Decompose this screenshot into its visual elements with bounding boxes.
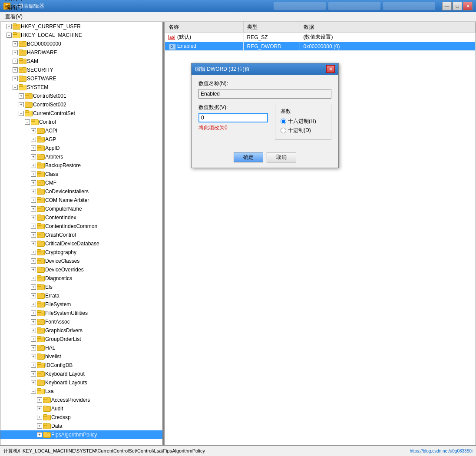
tree-item-fontassoc[interactable]: +FontAssoc xyxy=(0,317,162,326)
expand-btn-crashcontrol[interactable]: + xyxy=(31,232,36,238)
expand-btn-idconfigdb[interactable]: + xyxy=(31,363,36,368)
expand-btn-grouporderlist[interactable]: + xyxy=(31,337,36,342)
tree-item-hardware[interactable]: +HARDWARE xyxy=(0,48,162,57)
hex-radio[interactable] xyxy=(281,119,286,124)
expand-btn-acpi[interactable]: + xyxy=(31,128,36,133)
expand-btn-lsa[interactable]: − xyxy=(31,389,36,394)
expand-btn-computername[interactable]: + xyxy=(31,206,36,211)
expand-btn-fontassoc[interactable]: + xyxy=(31,319,36,324)
expand-btn-errata[interactable]: + xyxy=(31,293,36,298)
expand-btn-els[interactable]: + xyxy=(31,284,36,290)
expand-btn-contentindex[interactable]: + xyxy=(31,215,36,220)
expand-btn-backuprestore[interactable]: + xyxy=(31,163,36,168)
expand-btn-criticaldevicedatabase[interactable]: + xyxy=(31,241,36,246)
tree-item-appid[interactable]: +AppID xyxy=(0,144,162,152)
tree-item-computername[interactable]: +ComputerName xyxy=(0,205,162,213)
tree-item-keyboardlayout[interactable]: +Keyboard Layout xyxy=(0,370,162,378)
tree-item-fipsalgorithmpolicy[interactable]: +FipsAlgorithmPolicy xyxy=(0,430,162,439)
tree-item-filesystem[interactable]: +FileSystem xyxy=(0,300,162,309)
tree-item-hivelist[interactable]: +hivelist xyxy=(0,352,162,361)
tree-item-comnamearbiter[interactable]: +COM Name Arbiter xyxy=(0,196,162,205)
tree-item-hklm[interactable]: −HKEY_LOCAL_MACHINE xyxy=(0,31,162,40)
expand-btn-keyboardlayout[interactable]: + xyxy=(31,371,36,377)
tree-item-backuprestore[interactable]: +BackupRestore xyxy=(0,161,162,170)
expand-btn-diagnostics[interactable]: + xyxy=(31,276,36,281)
tree-item-errata[interactable]: +Errata xyxy=(0,291,162,300)
tree-item-ccs[interactable]: −CurrentControlSet xyxy=(0,109,162,118)
expand-btn-agp[interactable]: + xyxy=(31,137,36,142)
tree-item-agp[interactable]: +AGP xyxy=(0,135,162,144)
expand-btn-arbiters[interactable]: + xyxy=(31,154,36,159)
tree-item-hal[interactable]: +HAL xyxy=(0,344,162,352)
name-input[interactable] xyxy=(198,89,331,99)
tree-item-software[interactable]: +SOFTWARE xyxy=(0,74,162,83)
close-button[interactable]: ✕ xyxy=(463,2,473,10)
tree-item-bcd[interactable]: +BCD00000000 xyxy=(0,40,162,48)
expand-btn-hivelist[interactable]: + xyxy=(31,354,36,359)
table-row[interactable]: (默认)REG_SZ(数值未设置) xyxy=(165,33,476,42)
tree-item-data[interactable]: +Data xyxy=(0,422,162,430)
tree-item-system[interactable]: −SYSTEM xyxy=(0,83,162,92)
expand-btn-bcd[interactable]: + xyxy=(13,41,18,46)
edit-dword-dialog[interactable]: 编辑 DWORD (32 位)值 ✕ 数值名称(N): 数值数据(V): 将此项… xyxy=(191,63,339,168)
expand-btn-ccs[interactable]: − xyxy=(19,111,24,116)
expand-btn-hardware[interactable]: + xyxy=(13,50,18,55)
menu-item-编辑e[interactable]: 编辑(E) xyxy=(2,3,31,12)
expand-btn-graphicsdrivers[interactable]: + xyxy=(31,328,36,333)
expand-btn-credssp[interactable]: + xyxy=(37,415,42,420)
expand-btn-fipsalgorithmpolicy[interactable]: + xyxy=(37,432,42,437)
expand-btn-audit[interactable]: + xyxy=(37,406,42,411)
expand-btn-security[interactable]: + xyxy=(13,67,18,73)
tree-item-idconfigdb[interactable]: +IDConfigDB xyxy=(0,361,162,370)
tree-item-acpi[interactable]: +ACPI xyxy=(0,126,162,135)
expand-btn-data[interactable]: + xyxy=(37,423,42,429)
tree-item-codeviceinstallers[interactable]: +CoDeviceInstallers xyxy=(0,187,162,196)
dialog-close-button[interactable]: ✕ xyxy=(326,65,335,73)
tree-item-arbiters[interactable]: +Arbiters xyxy=(0,152,162,161)
tree-item-hkcu[interactable]: +HKEY_CURRENT_USER xyxy=(0,22,162,31)
expand-btn-sam[interactable]: + xyxy=(13,59,18,64)
tree-item-els[interactable]: +Els xyxy=(0,283,162,291)
tree-item-cs002[interactable]: +ControlSet002 xyxy=(0,100,162,109)
expand-btn-keyboardlayouts[interactable]: + xyxy=(31,380,36,385)
expand-btn-comnamearbiter[interactable]: + xyxy=(31,198,36,203)
tree-item-credssp[interactable]: +Credssp xyxy=(0,413,162,422)
table-row[interactable]: EnabledREG_DWORD0x00000000 (0) xyxy=(165,42,476,51)
dec-radio[interactable] xyxy=(281,128,286,133)
tree-item-criticaldevicedatabase[interactable]: +CriticalDeviceDatabase xyxy=(0,239,162,248)
tree-item-deviceoverrides[interactable]: +DeviceOverrides xyxy=(0,265,162,274)
minimize-button[interactable]: — xyxy=(442,2,452,10)
tree-panel[interactable]: +HKEY_CURRENT_USER−HKEY_LOCAL_MACHINE+BC… xyxy=(0,22,163,445)
tree-item-sam[interactable]: +SAM xyxy=(0,57,162,66)
expand-btn-software[interactable]: + xyxy=(13,76,18,81)
expand-btn-control[interactable]: − xyxy=(25,119,30,125)
tree-item-diagnostics[interactable]: +Diagnostics xyxy=(0,274,162,283)
expand-btn-codeviceinstallers[interactable]: + xyxy=(31,189,36,194)
tree-item-class[interactable]: +Class xyxy=(0,170,162,178)
expand-btn-hkcu[interactable]: + xyxy=(7,24,12,29)
tree-item-contentindexcommon[interactable]: +ContentIndexCommon xyxy=(0,222,162,231)
expand-btn-system[interactable]: − xyxy=(13,85,18,90)
expand-btn-deviceclasses[interactable]: + xyxy=(31,258,36,264)
expand-btn-hklm[interactable]: − xyxy=(7,33,12,38)
tree-item-crashcontrol[interactable]: +CrashControl xyxy=(0,231,162,239)
expand-btn-deviceoverrides[interactable]: + xyxy=(31,267,36,272)
cancel-button[interactable]: 取消 xyxy=(267,152,296,162)
maximize-button[interactable]: □ xyxy=(453,2,462,10)
expand-btn-hal[interactable]: + xyxy=(31,345,36,350)
expand-btn-class[interactable]: + xyxy=(31,172,36,177)
expand-btn-filesystemutilities[interactable]: + xyxy=(31,311,36,316)
tree-item-accessproviders[interactable]: +AccessProviders xyxy=(0,396,162,404)
tree-item-keyboardlayouts[interactable]: +Keyboard Layouts xyxy=(0,378,162,387)
tree-item-control[interactable]: −Control xyxy=(0,118,162,126)
value-input[interactable] xyxy=(198,113,268,122)
tree-item-filesystemutilities[interactable]: +FileSystemUtilities xyxy=(0,309,162,317)
tree-item-audit[interactable]: +Audit xyxy=(0,404,162,413)
expand-btn-cryptography[interactable]: + xyxy=(31,250,36,255)
menu-item-查看v[interactable]: 查看(V) xyxy=(2,12,31,21)
expand-btn-contentindexcommon[interactable]: + xyxy=(31,224,36,229)
expand-btn-appid[interactable]: + xyxy=(31,145,36,151)
tree-item-deviceclasses[interactable]: +DeviceClasses xyxy=(0,257,162,265)
tree-item-graphicsdrivers[interactable]: +GraphicsDrivers xyxy=(0,326,162,335)
ok-button[interactable]: 确定 xyxy=(234,152,263,162)
